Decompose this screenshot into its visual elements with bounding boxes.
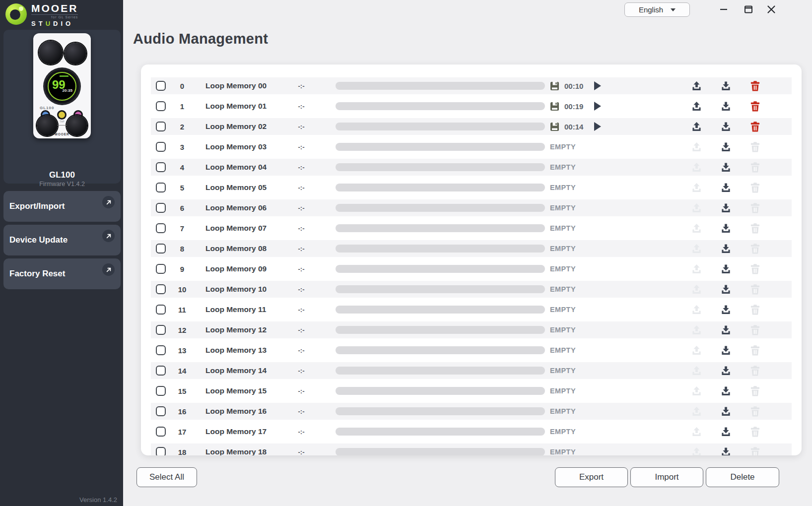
row-checkbox[interactable]: [156, 305, 166, 315]
row-length-placeholder: -:-: [290, 204, 313, 212]
row-checkbox[interactable]: [156, 264, 166, 274]
download-button[interactable]: [720, 426, 732, 438]
trash-button[interactable]: [749, 80, 761, 92]
sidebar-item-device-update[interactable]: Device Update: [3, 225, 121, 255]
import-button[interactable]: Import: [630, 467, 703, 487]
row-checkbox[interactable]: [156, 142, 166, 152]
download-button[interactable]: [720, 446, 732, 456]
empty-label: EMPTY: [550, 306, 576, 314]
pedal-tap-led: [59, 112, 65, 118]
trash-button[interactable]: [749, 101, 761, 112]
row-checkbox[interactable]: [156, 406, 166, 416]
row-checkbox[interactable]: [156, 345, 166, 355]
row-length-placeholder: -:-: [290, 225, 313, 232]
download-button[interactable]: [720, 304, 732, 316]
row-checkbox[interactable]: [156, 223, 166, 233]
delete-button[interactable]: Delete: [706, 467, 779, 487]
row-progress-bar: [336, 102, 545, 110]
download-button[interactable]: [720, 243, 732, 254]
row-length-placeholder: -:-: [290, 143, 313, 151]
device-panel: 99 20:35 GL100 AUTO REC TAP DRUM MOOER G…: [3, 30, 121, 184]
row-length-placeholder: -:-: [290, 326, 313, 334]
empty-label: EMPTY: [550, 163, 576, 171]
empty-label: EMPTY: [550, 326, 576, 334]
download-button[interactable]: [720, 101, 732, 112]
download-button[interactable]: [720, 141, 732, 153]
trash-button: [749, 284, 761, 295]
row-checkbox[interactable]: [156, 203, 166, 213]
download-button[interactable]: [720, 406, 732, 417]
upload-button[interactable]: [691, 101, 702, 112]
device-image: 99 20:35 GL100 AUTO REC TAP DRUM MOOER: [33, 33, 91, 138]
table-row: 7 Loop Memory 07 -:- EMPTY: [151, 220, 792, 237]
save-icon: [550, 102, 559, 111]
trash-button: [749, 365, 761, 377]
row-index: 9: [166, 265, 199, 273]
download-button[interactable]: [720, 80, 732, 92]
row-checkbox[interactable]: [156, 183, 166, 192]
upload-button[interactable]: [691, 80, 702, 92]
row-checkbox[interactable]: [156, 366, 166, 376]
download-button[interactable]: [720, 385, 732, 397]
download-button[interactable]: [720, 365, 732, 377]
close-button[interactable]: [765, 3, 777, 15]
row-checkbox[interactable]: [156, 447, 166, 455]
row-checkbox[interactable]: [156, 81, 166, 91]
sidebar-item-export-import[interactable]: Export/Import: [3, 191, 121, 222]
row-length-placeholder: -:-: [290, 367, 313, 375]
sidebar-item-factory-reset[interactable]: Factory Reset: [3, 258, 121, 289]
row-progress-bar: [336, 204, 545, 212]
row-length-placeholder: -:-: [290, 164, 313, 171]
arrow-up-right-icon: [102, 263, 115, 276]
upload-button: [691, 243, 702, 254]
download-button[interactable]: [720, 182, 732, 193]
row-checkbox[interactable]: [156, 325, 166, 335]
row-status: EMPTY: [550, 245, 654, 253]
row-checkbox[interactable]: [156, 162, 166, 172]
maximize-button[interactable]: [743, 3, 754, 15]
row-status: 00:19: [550, 102, 654, 111]
download-button[interactable]: [720, 345, 732, 356]
empty-label: EMPTY: [550, 367, 576, 375]
empty-label: EMPTY: [550, 346, 576, 354]
download-button[interactable]: [720, 284, 732, 295]
download-button[interactable]: [720, 202, 732, 214]
row-progress-bar: [336, 367, 545, 375]
upload-button[interactable]: [691, 121, 702, 132]
play-button[interactable]: [594, 122, 601, 131]
row-actions: [691, 324, 761, 336]
row-actions: [691, 243, 761, 254]
trash-button[interactable]: [749, 121, 761, 132]
export-button[interactable]: Export: [555, 467, 628, 487]
play-button[interactable]: [594, 81, 601, 90]
row-length-placeholder: -:-: [290, 428, 313, 436]
row-checkbox[interactable]: [156, 122, 166, 131]
empty-label: EMPTY: [550, 143, 576, 151]
row-checkbox[interactable]: [156, 386, 166, 396]
row-checkbox[interactable]: [156, 101, 166, 111]
row-actions: [691, 446, 761, 456]
row-actions: [691, 202, 761, 214]
row-progress-bar: [336, 224, 545, 232]
row-status: EMPTY: [550, 285, 654, 293]
minimize-button[interactable]: [718, 3, 730, 15]
recorded-status: 00:14: [550, 122, 601, 131]
row-actions: [691, 263, 761, 275]
row-checkbox[interactable]: [156, 427, 166, 437]
play-button[interactable]: [594, 102, 601, 111]
row-index: 13: [166, 346, 199, 355]
select-all-button[interactable]: Select All: [136, 467, 197, 487]
download-button[interactable]: [720, 121, 732, 132]
empty-label: EMPTY: [550, 428, 576, 436]
row-index: 17: [166, 428, 199, 436]
download-button[interactable]: [720, 162, 732, 173]
empty-label: EMPTY: [550, 285, 576, 293]
language-select[interactable]: English: [624, 2, 690, 17]
row-checkbox[interactable]: [156, 244, 166, 253]
table-row: 3 Loop Memory 03 -:- EMPTY: [151, 138, 792, 155]
row-length-placeholder: -:-: [290, 245, 313, 253]
download-button[interactable]: [720, 324, 732, 336]
download-button[interactable]: [720, 263, 732, 275]
row-checkbox[interactable]: [156, 284, 166, 294]
download-button[interactable]: [720, 223, 732, 234]
